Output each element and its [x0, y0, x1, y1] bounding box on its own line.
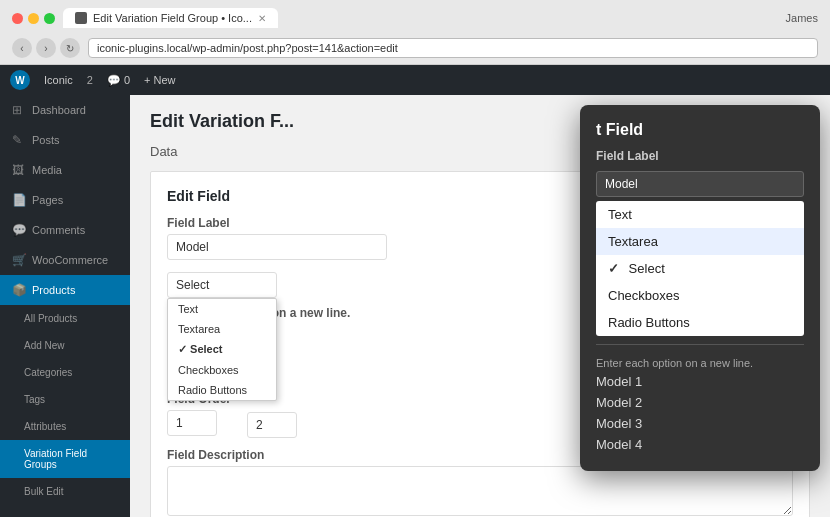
sidebar-sub-variation[interactable]: Variation Field Groups — [0, 440, 130, 478]
sidebar-item-appearance[interactable]: Appearance — [0, 513, 130, 517]
user-label: James — [786, 12, 818, 24]
sidebar-label-comments: Comments — [32, 224, 85, 236]
sidebar-label-dashboard: Dashboard — [32, 104, 86, 116]
field-type-dropdown[interactable]: Text Textarea ✓ Select Checkboxes Radio … — [167, 272, 277, 298]
overlay-item-text[interactable]: Text — [596, 201, 804, 228]
menu-item-checkboxes[interactable]: Checkboxes — [168, 360, 276, 380]
reload-button[interactable]: ↻ — [60, 38, 80, 58]
wp-sidebar: ⊞ Dashboard ✎ Posts 🖼 Media 📄 Pages 💬 Co… — [0, 95, 130, 517]
sidebar-label-products: Products — [32, 284, 75, 296]
browser-tab[interactable]: Edit Variation Field Group • Ico... ✕ — [63, 8, 278, 28]
sidebar-item-posts[interactable]: ✎ Posts — [0, 125, 130, 155]
sidebar-item-woocommerce[interactable]: 🛒 WooCommerce — [0, 245, 130, 275]
menu-item-select[interactable]: ✓ Select — [168, 339, 276, 360]
url-bar[interactable]: iconic-plugins.local/wp-admin/post.php?p… — [88, 38, 818, 58]
menu-item-textarea[interactable]: Textarea — [168, 319, 276, 339]
overlay-panel[interactable]: t Field Field Label Text Textarea Sel — [580, 105, 820, 471]
sidebar-sub-all-products[interactable]: All Products — [0, 305, 130, 332]
overlay-options-label: Enter each option on a new line. — [596, 351, 804, 371]
sidebar-submenu-products: All Products Add New Categories Tags Att… — [0, 305, 130, 505]
traffic-lights — [12, 13, 55, 24]
products-icon: 📦 — [12, 283, 26, 297]
content-wrapper: ⊞ Dashboard ✎ Posts 🖼 Media 📄 Pages 💬 Co… — [0, 95, 830, 517]
tab-close-icon[interactable]: ✕ — [258, 13, 266, 24]
sidebar-sub-label-all: All Products — [24, 313, 77, 324]
menu-item-text[interactable]: Text — [168, 299, 276, 319]
titlebar: Edit Variation Field Group • Ico... ✕ Ja… — [0, 0, 830, 34]
sidebar-item-products[interactable]: 📦 Products — [0, 275, 130, 305]
nav-buttons: ‹ › ↻ — [12, 38, 80, 58]
panel-divider — [596, 344, 804, 345]
minimize-button[interactable] — [28, 13, 39, 24]
tab-title: Edit Variation Field Group • Ico... — [93, 12, 252, 24]
sidebar-item-media[interactable]: 🖼 Media — [0, 155, 130, 185]
sidebar-item-pages[interactable]: 📄 Pages — [0, 185, 130, 215]
sidebar-sub-label-bulk: Bulk Edit — [24, 486, 63, 497]
forward-button[interactable]: › — [36, 38, 56, 58]
browser-chrome: Edit Variation Field Group • Ico... ✕ Ja… — [0, 0, 830, 65]
tab-bar: Edit Variation Field Group • Ico... ✕ — [63, 8, 778, 28]
sidebar-sub-label-tags: Tags — [24, 394, 45, 405]
field-order-input1[interactable] — [167, 410, 217, 436]
overlay-dropdown: Text Textarea Select Checkboxes Radio B — [596, 201, 804, 336]
adminbar-comments[interactable]: 💬 0 — [107, 74, 130, 87]
sidebar-label-pages: Pages — [32, 194, 63, 206]
posts-icon: ✎ — [12, 133, 26, 147]
overlay-item-select[interactable]: Select — [596, 255, 804, 282]
sidebar-sub-label-variation: Variation Field Groups — [24, 448, 118, 470]
wp-admin-bar: W Iconic 2 💬 0 + New — [0, 65, 830, 95]
woocommerce-icon: 🛒 — [12, 253, 26, 267]
close-button[interactable] — [12, 13, 23, 24]
overlay-model2: Model 2 — [596, 392, 804, 413]
overlay-title-text: t Field — [596, 121, 643, 138]
sidebar-sub-label-categories: Categories — [24, 367, 72, 378]
overlay-item-textarea[interactable]: Textarea — [596, 228, 804, 255]
sidebar-sub-add-new[interactable]: Add New — [0, 332, 130, 359]
overlay-item-radio[interactable]: Radio Buttons — [596, 309, 804, 336]
pages-icon: 📄 — [12, 193, 26, 207]
wp-logo-text: W — [15, 75, 24, 86]
dashboard-icon: ⊞ — [12, 103, 26, 117]
wp-logo[interactable]: W — [10, 70, 30, 90]
sidebar-label-posts: Posts — [32, 134, 60, 146]
field-type-menu: Text Textarea ✓ Select Checkboxes Radio … — [167, 298, 277, 401]
sidebar-sub-label-attributes: Attributes — [24, 421, 66, 432]
overlay-model4: Model 4 — [596, 434, 804, 455]
overlay-model3: Model 3 — [596, 413, 804, 434]
sidebar-label-media: Media — [32, 164, 62, 176]
sidebar-item-comments[interactable]: 💬 Comments — [0, 215, 130, 245]
field-desc-textarea[interactable] — [167, 466, 793, 516]
sidebar-sub-categories[interactable]: Categories — [0, 359, 130, 386]
menu-item-radio[interactable]: Radio Buttons — [168, 380, 276, 400]
overlay-field-label: Field Label — [596, 149, 804, 163]
field-type-input[interactable] — [167, 272, 277, 298]
sidebar-item-dashboard[interactable]: ⊞ Dashboard — [0, 95, 130, 125]
maximize-button[interactable] — [44, 13, 55, 24]
url-text: iconic-plugins.local/wp-admin/post.php?p… — [97, 42, 398, 54]
field-label-input[interactable] — [167, 234, 387, 260]
overlay-panel-title: t Field — [596, 121, 804, 139]
overlay-model-input[interactable] — [596, 171, 804, 197]
address-bar: ‹ › ↻ iconic-plugins.local/wp-admin/post… — [0, 34, 830, 64]
media-icon: 🖼 — [12, 163, 26, 177]
overlay-model1: Model 1 — [596, 371, 804, 392]
adminbar-iconic[interactable]: Iconic — [44, 74, 73, 86]
field-order-input2[interactable] — [247, 412, 297, 438]
adminbar-new[interactable]: + New — [144, 74, 176, 86]
adminbar-count: 2 — [87, 74, 93, 86]
wp-main-content: Edit Variation F... Data Edit Field Fiel… — [130, 95, 830, 517]
sidebar-sub-bulk[interactable]: Bulk Edit — [0, 478, 130, 505]
sidebar-sub-attributes[interactable]: Attributes — [0, 413, 130, 440]
sidebar-label-woocommerce: WooCommerce — [32, 254, 108, 266]
sidebar-sub-label-add: Add New — [24, 340, 65, 351]
overlay-model-options: Model 1 Model 2 Model 3 Model 4 — [596, 371, 804, 455]
sidebar-sub-tags[interactable]: Tags — [0, 386, 130, 413]
comments-icon: 💬 — [12, 223, 26, 237]
overlay-item-checkboxes[interactable]: Checkboxes — [596, 282, 804, 309]
back-button[interactable]: ‹ — [12, 38, 32, 58]
tab-favicon — [75, 12, 87, 24]
